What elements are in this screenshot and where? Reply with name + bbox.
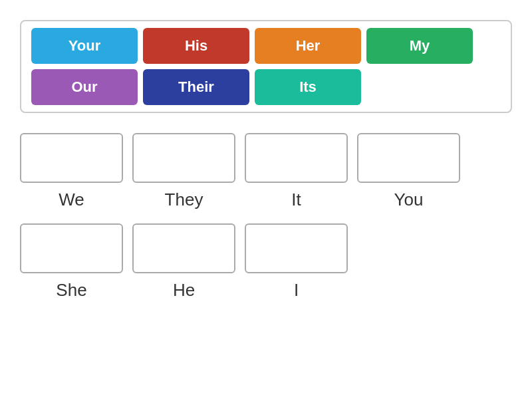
word-btn-their[interactable]: Their bbox=[143, 69, 249, 105]
drop-item-i: I bbox=[245, 223, 348, 301]
word-bank-row-1: Your His Her My bbox=[31, 28, 501, 64]
word-btn-your[interactable]: Your bbox=[31, 28, 138, 64]
drop-label-you: You bbox=[394, 190, 424, 210]
drop-box-you[interactable] bbox=[357, 133, 460, 183]
drop-label-i: I bbox=[294, 280, 299, 301]
word-btn-my[interactable]: My bbox=[366, 28, 473, 64]
drop-row-2: She He I bbox=[20, 223, 512, 301]
drop-item-he: He bbox=[132, 223, 235, 301]
drop-label-she: She bbox=[56, 280, 86, 301]
drop-box-she[interactable] bbox=[20, 223, 123, 273]
word-btn-his[interactable]: His bbox=[143, 28, 249, 64]
word-btn-its[interactable]: Its bbox=[255, 69, 361, 105]
drop-box-we[interactable] bbox=[20, 133, 123, 183]
drop-item-you: You bbox=[357, 133, 460, 210]
word-bank: Your His Her My Our Their Its bbox=[20, 20, 512, 113]
word-btn-her[interactable]: Her bbox=[255, 28, 361, 64]
drop-item-it: It bbox=[245, 133, 348, 210]
drop-box-they[interactable] bbox=[132, 133, 235, 183]
drop-label-he: He bbox=[173, 280, 195, 301]
drop-box-i[interactable] bbox=[245, 223, 348, 273]
drop-box-he[interactable] bbox=[132, 223, 235, 273]
drop-row-1: We They It You bbox=[20, 133, 512, 210]
drop-section: We They It You She He I bbox=[20, 133, 512, 301]
drop-label-it: It bbox=[291, 190, 301, 210]
drop-item-she: She bbox=[20, 223, 123, 301]
word-btn-our[interactable]: Our bbox=[31, 69, 138, 105]
word-bank-row-2: Our Their Its bbox=[31, 69, 501, 105]
drop-item-they: They bbox=[132, 133, 235, 210]
drop-label-we: We bbox=[59, 190, 84, 210]
drop-box-it[interactable] bbox=[245, 133, 348, 183]
drop-item-we: We bbox=[20, 133, 123, 210]
drop-label-they: They bbox=[165, 190, 203, 210]
